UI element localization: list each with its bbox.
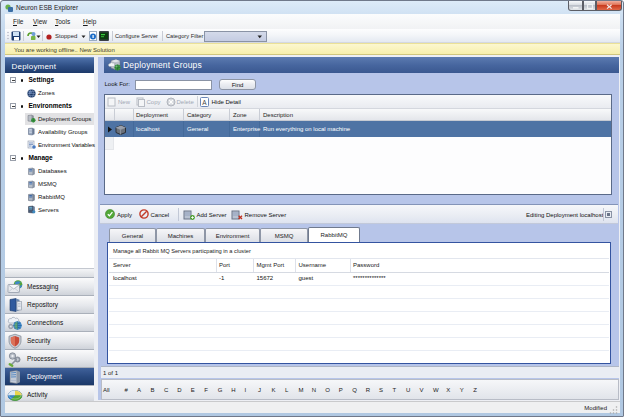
svg-text:A: A [202,99,207,106]
